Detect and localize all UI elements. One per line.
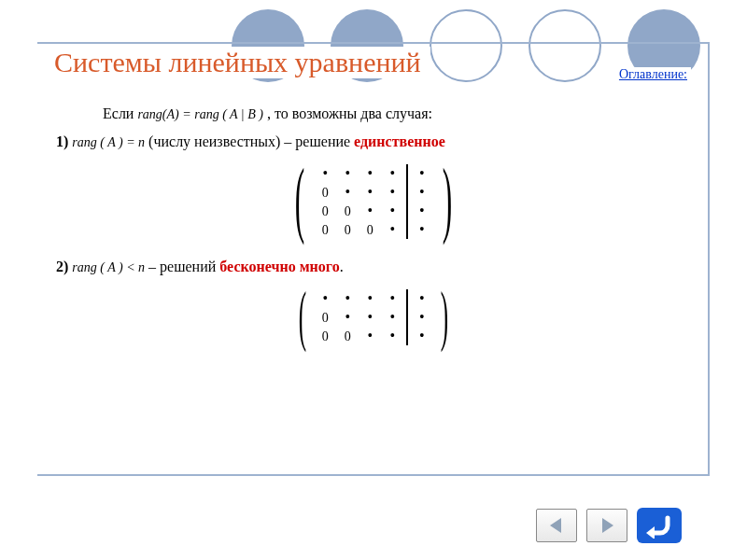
- zero-cell: [314, 327, 336, 346]
- case1-rang: rang ( A ) = n: [72, 135, 145, 149]
- matrix-row: [314, 220, 403, 239]
- dot-cell: [411, 325, 433, 347]
- paren-left-icon: (: [299, 286, 306, 349]
- case2-descr: – решений: [148, 259, 216, 274]
- case1-line: 1) rang ( A ) = n (числу неизвестных) – …: [56, 131, 691, 153]
- zero-cell: [336, 327, 359, 346]
- case1-descr: (числу неизвестных) – решение: [148, 133, 350, 149]
- matrix-row: [314, 327, 403, 345]
- dot-cell: [359, 325, 381, 347]
- matrix-row: [411, 164, 433, 183]
- slide-title: Системы линейных уравнений: [54, 47, 430, 78]
- next-button[interactable]: [586, 509, 627, 542]
- zero-cell: [314, 308, 336, 328]
- zero-cell: [314, 183, 336, 203]
- intro-prefix: Если: [103, 105, 134, 121]
- matrix1: (): [286, 161, 460, 243]
- case2-number: 2): [56, 259, 68, 274]
- matrix2: (): [291, 286, 455, 349]
- matrix-row: [411, 327, 433, 345]
- matrix-row: [314, 183, 403, 202]
- matrix-row: [411, 289, 433, 308]
- matrix1-wrap: (): [56, 161, 691, 243]
- matrix-row: [314, 202, 403, 220]
- zero-cell: [336, 202, 359, 221]
- intro-rang: rang(A) = rang ( A | B ): [137, 107, 263, 121]
- paren-left-icon: (: [295, 161, 304, 243]
- zero-cell: [314, 202, 336, 221]
- matrix-separator: [406, 289, 408, 345]
- matrix-row: [314, 308, 403, 327]
- matrix2-wrap: (): [56, 286, 691, 349]
- svg-marker-2: [646, 526, 655, 539]
- matrix-row: [411, 183, 433, 202]
- return-button[interactable]: [637, 508, 682, 543]
- case2-line: 2) rang ( A ) < n – решений бесконечно м…: [56, 256, 691, 278]
- slide: Системы линейных уравнений Оглавление: Е…: [0, 0, 747, 560]
- u-turn-icon: [643, 512, 675, 539]
- content-area: Если rang(A) = rang ( A | B ) , то возмо…: [56, 103, 691, 362]
- toc-link[interactable]: Оглавление:: [615, 67, 691, 82]
- zero-cell: [359, 220, 381, 240]
- nav-controls: [536, 508, 682, 543]
- matrix-row: [411, 220, 433, 239]
- dot-cell: [314, 162, 336, 185]
- case2-rang: rang ( A ) < n: [72, 260, 145, 274]
- case1-number: 1): [56, 133, 68, 149]
- triangle-right-icon: [598, 516, 616, 535]
- dot-cell: [336, 181, 359, 203]
- paren-right-icon: ): [441, 286, 448, 349]
- dot-cell: [359, 200, 381, 222]
- matrix-row: [411, 202, 433, 220]
- dot-cell: [411, 218, 433, 241]
- intro-line: Если rang(A) = rang ( A | B ) , то возмо…: [103, 103, 691, 125]
- matrix-row: [411, 308, 433, 327]
- dot-cell: [381, 325, 403, 347]
- zero-cell: [336, 220, 359, 240]
- svg-marker-1: [602, 518, 613, 533]
- matrix-right-cells: [411, 161, 433, 243]
- intro-suffix: , то возможны два случая:: [267, 105, 432, 121]
- dot-cell: [336, 306, 359, 329]
- case1-red: единственное: [354, 133, 445, 149]
- svg-marker-0: [550, 518, 561, 533]
- triangle-left-icon: [547, 516, 566, 535]
- case2-red: бесконечно много: [219, 259, 339, 274]
- matrix-row: [314, 289, 403, 308]
- prev-button[interactable]: [536, 509, 577, 542]
- matrix-right-cells: [411, 286, 433, 349]
- case2-dot: .: [340, 259, 344, 274]
- paren-right-icon: ): [442, 161, 451, 243]
- matrix-separator: [406, 164, 408, 239]
- dot-cell: [314, 287, 336, 310]
- matrix-left-cells: [314, 286, 403, 349]
- dot-cell: [381, 218, 403, 241]
- matrix-row: [314, 164, 403, 183]
- matrix-left-cells: [314, 161, 403, 243]
- zero-cell: [314, 220, 336, 240]
